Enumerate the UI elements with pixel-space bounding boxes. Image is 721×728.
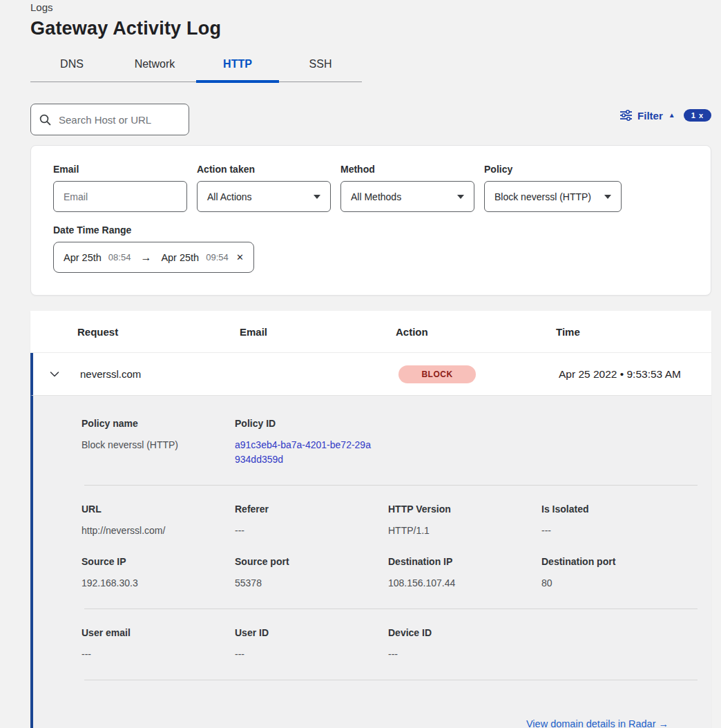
policy-filter-label: Policy [484, 164, 622, 175]
source-ip-label: Source IP [81, 556, 235, 567]
destination-port-label: Destination port [541, 556, 698, 567]
destination-ip-label: Destination IP [388, 556, 541, 567]
tab-http[interactable]: HTTP [196, 52, 279, 83]
page-header: Logs Gateway Activity Log [30, 1, 221, 39]
user-section: User email --- User ID --- Device ID --- [81, 627, 698, 662]
col-header-action: Action [396, 326, 556, 338]
device-id-label: Device ID [388, 627, 541, 638]
is-isolated-label: Is Isolated [541, 504, 698, 515]
referer-value: --- [235, 524, 388, 538]
method-filter-select[interactable]: All Methods [340, 181, 474, 212]
tab-bar: DNS Network HTTP SSH [30, 52, 362, 82]
tab-network[interactable]: Network [113, 52, 196, 83]
chevron-down-icon [457, 195, 464, 199]
tab-dns[interactable]: DNS [30, 52, 113, 83]
col-header-time: Time [556, 326, 711, 338]
date-range-label: Date Time Range [53, 224, 711, 236]
policy-filter-value: Block neverssl (HTTP) [494, 191, 591, 202]
policy-name-label: Policy name [81, 418, 235, 429]
radar-link-row: View domain details in Radar → [81, 698, 698, 728]
divider [84, 680, 698, 680]
url-value: http://neverssl.com/ [81, 524, 235, 538]
source-port-value: 55378 [235, 576, 388, 591]
end-time[interactable]: 09:54 [206, 252, 229, 262]
chevron-down-icon [314, 195, 320, 199]
source-ip-value: 192.168.30.3 [81, 576, 235, 591]
activity-log-table: Request Email Action Time neverssl.com B… [30, 311, 711, 728]
divider [84, 485, 698, 486]
action-filter-value: All Actions [207, 191, 252, 202]
date-range-picker[interactable]: Apr 25th 08:54 → Apr 25th 09:54 ✕ [53, 242, 254, 273]
referer-label: Referer [235, 504, 388, 515]
method-filter-value: All Methods [351, 191, 401, 202]
destination-ip-value: 108.156.107.44 [388, 576, 541, 591]
request-section: URL http://neverssl.com/ Referer --- HTT… [81, 504, 698, 591]
action-filter-select[interactable]: All Actions [197, 181, 331, 212]
device-id-value: --- [388, 647, 541, 662]
policy-filter-select[interactable]: Block neverssl (HTTP) [484, 181, 622, 212]
http-version-value: HTTP/1.1 [388, 524, 541, 538]
user-id-label: User ID [235, 627, 388, 638]
divider [84, 609, 698, 609]
start-time[interactable]: 08:54 [108, 252, 131, 262]
search-filter-row: Filter ▲ 1 x [30, 104, 711, 135]
row-request: neverssl.com [80, 368, 242, 380]
tab-ssh[interactable]: SSH [279, 52, 362, 83]
row-time: Apr 25 2022 • 9:53:53 AM [559, 368, 711, 381]
filter-label: Filter [637, 110, 663, 122]
end-date[interactable]: Apr 25th [161, 252, 199, 263]
filter-sliders-icon [620, 110, 632, 121]
policy-section: Policy name Block neverssl (HTTP) Policy… [81, 418, 698, 467]
row-details-panel: Policy name Block neverssl (HTTP) Policy… [30, 396, 711, 728]
page-title: Gateway Activity Log [30, 18, 221, 39]
http-version-label: HTTP Version [388, 504, 541, 515]
method-filter-label: Method [340, 164, 474, 175]
filter-toggle[interactable]: Filter ▲ 1 x [620, 109, 711, 122]
table-row[interactable]: neverssl.com BLOCK Apr 25 2022 • 9:53:53… [30, 353, 711, 396]
table-header-row: Request Email Action Time [30, 311, 711, 353]
user-id-value: --- [235, 647, 388, 662]
search-box [30, 104, 189, 135]
chevron-down-icon [604, 195, 611, 199]
caret-up-icon: ▲ [669, 112, 675, 119]
search-input[interactable] [59, 114, 176, 126]
destination-port-value: 80 [541, 576, 698, 591]
user-email-value: --- [81, 647, 235, 662]
start-date[interactable]: Apr 25th [64, 252, 102, 263]
clear-date-range-icon[interactable]: ✕ [236, 252, 244, 262]
radar-link[interactable]: View domain details in Radar → [526, 718, 669, 728]
source-port-label: Source port [235, 556, 388, 567]
search-icon [39, 114, 51, 126]
filter-count-badge[interactable]: 1 x [684, 109, 711, 122]
row-expand-chevron-icon[interactable] [50, 371, 59, 377]
is-isolated-value: --- [541, 524, 698, 538]
arrow-right-icon: → [137, 251, 154, 264]
filter-panel: Email Action taken All Actions Method Al… [30, 145, 711, 296]
col-header-request: Request [77, 326, 240, 338]
policy-name-value: Block neverssl (HTTP) [81, 438, 235, 452]
email-filter-label: Email [53, 164, 187, 175]
policy-id-link[interactable]: a91c3eb4-ba7a-4201-be72-29a934dd359d [235, 438, 372, 467]
policy-id-label: Policy ID [235, 418, 388, 429]
col-header-email: Email [240, 326, 396, 338]
url-label: URL [81, 504, 235, 515]
action-badge: BLOCK [398, 365, 476, 383]
action-filter-label: Action taken [197, 164, 331, 175]
breadcrumb[interactable]: Logs [30, 1, 221, 13]
user-email-label: User email [81, 627, 235, 638]
email-filter-input[interactable] [53, 181, 187, 212]
